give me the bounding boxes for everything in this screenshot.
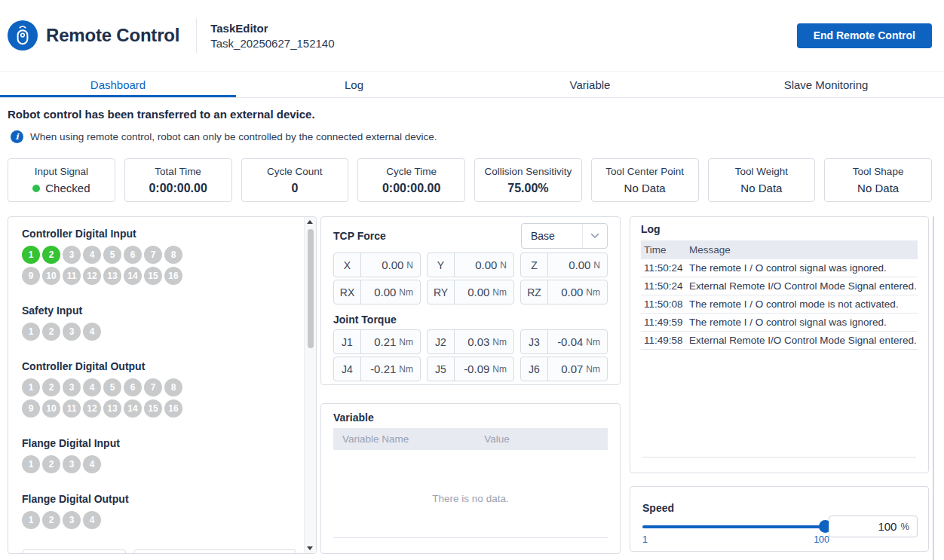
speed-unit: % xyxy=(900,521,909,532)
io-indicator: 11 xyxy=(63,399,81,418)
io-section-title: Safety Input xyxy=(22,304,304,317)
task-info: TaskEditor Task_20250627_152140 xyxy=(210,22,334,50)
io-indicator-row: 1234 xyxy=(22,323,304,341)
io-partial-button[interactable] xyxy=(237,553,290,554)
speed-panel: Speed 1 100 100 % xyxy=(630,486,929,552)
field-value-wrap: 0.21Nm xyxy=(361,330,420,353)
io-indicator: 4 xyxy=(83,455,101,473)
status-card-tool-weight: Tool WeightNo Data xyxy=(708,158,816,202)
tab-log[interactable]: Log xyxy=(236,72,472,97)
tcp-force-panel: TCP Force Base X0.00NY0.00NZ0.00NRX0.00N… xyxy=(320,216,621,385)
io-partial-field[interactable] xyxy=(133,549,296,554)
log-row: 11:50:24The remote I / O control signal … xyxy=(641,259,918,277)
status-card-value: 75.00% xyxy=(507,182,548,195)
log-table-header: Time Message xyxy=(641,240,918,259)
field-value: 0.07 xyxy=(561,363,583,375)
field-value: 0.00 xyxy=(382,259,403,271)
status-value-text: 0:00:00.00 xyxy=(149,182,207,195)
scroll-up-icon[interactable] xyxy=(307,220,313,224)
io-indicator: 3 xyxy=(63,246,81,264)
io-indicator: 11 xyxy=(63,267,81,285)
joint-torque-field-j3: J3-0.04Nm xyxy=(520,329,608,354)
field-value-wrap: 0.00Nm xyxy=(548,280,607,304)
variable-table-header: Variable Name Value xyxy=(333,428,608,450)
status-value-text: 0:00:00.00 xyxy=(382,182,440,195)
tcp-force-field-rx: RX0.00Nm xyxy=(333,280,421,304)
end-remote-control-button[interactable]: End Remote Control xyxy=(797,23,932,48)
status-card-value: 0:00:00.00 xyxy=(382,182,440,195)
status-card-value: Checked xyxy=(32,182,90,194)
status-card-value: No Data xyxy=(857,182,899,194)
field-value: 0.00 xyxy=(467,286,489,298)
tab-variable[interactable]: Variable xyxy=(472,72,708,97)
speed-value-field[interactable]: 100 % xyxy=(829,516,918,537)
page-scrollbar[interactable] xyxy=(933,216,934,560)
status-card-value: 0:00:00.00 xyxy=(149,182,207,195)
io-indicator: 15 xyxy=(144,399,162,418)
io-indicator: 8 xyxy=(164,246,182,264)
field-value-wrap: 0.07Nm xyxy=(548,357,607,381)
io-indicator-row: 12345678 xyxy=(22,378,304,396)
field-value: 0.21 xyxy=(374,335,396,348)
panel-divider xyxy=(642,457,916,457)
joint-torque-title: Joint Torque xyxy=(333,314,608,326)
field-unit: Nm xyxy=(399,337,413,347)
log-row: 11:50:08The remote I / O control mode is… xyxy=(641,295,918,314)
io-section-title: Flange Digital Output xyxy=(22,493,304,505)
field-unit: N xyxy=(500,260,507,271)
field-value-wrap: 0.00Nm xyxy=(361,280,420,304)
field-label: J1 xyxy=(334,330,361,353)
field-unit: Nm xyxy=(492,364,507,375)
scrollbar-thumb[interactable] xyxy=(308,229,314,348)
speed-title: Speed xyxy=(642,502,916,514)
field-value: -0.21 xyxy=(370,363,396,375)
io-indicator: 1 xyxy=(22,511,40,529)
notice-info-row: i When using remote control, robot can o… xyxy=(11,130,437,143)
speed-value: 100 xyxy=(878,520,896,533)
field-value-wrap: 0.00Nm xyxy=(455,280,513,304)
tcp-force-field-rz: RZ0.00Nm xyxy=(520,280,608,304)
io-partial-field[interactable] xyxy=(22,549,126,554)
app-title: Remote Control xyxy=(46,25,179,46)
status-card-title: Cycle Time xyxy=(386,166,437,177)
field-unit: N xyxy=(406,260,413,271)
log-rows: 11:50:24The remote I / O control signal … xyxy=(641,259,918,350)
tcp-force-field-z: Z0.00N xyxy=(520,252,608,277)
io-indicator: 5 xyxy=(103,246,121,264)
io-indicator: 2 xyxy=(42,455,60,473)
io-sections: Controller Digital Input1234567891011121… xyxy=(8,217,304,553)
io-panel-scrollbar[interactable] xyxy=(304,217,316,553)
io-indicator: 3 xyxy=(63,378,81,396)
log-time: 11:50:24 xyxy=(641,280,689,292)
status-value-text: 0 xyxy=(291,182,298,195)
log-panel: Log Time Message 11:50:24The remote I / … xyxy=(630,216,929,473)
speed-slider[interactable] xyxy=(642,520,829,533)
status-card-value: No Data xyxy=(740,182,782,194)
log-panel-title: Log xyxy=(641,223,918,235)
log-message-column-header: Message xyxy=(689,244,918,256)
joint-torque-field-j1: J10.21Nm xyxy=(333,329,421,354)
speed-slider-track[interactable] xyxy=(642,525,829,528)
io-indicator: 14 xyxy=(124,267,142,285)
log-time-column-header: Time xyxy=(641,244,689,256)
io-indicator: 4 xyxy=(83,246,101,264)
status-card-title: Tool Center Point xyxy=(605,166,684,177)
log-message: The remote I / O control mode is not act… xyxy=(689,298,918,310)
io-section-title: Controller Digital Input xyxy=(22,228,304,240)
tab-slave-monitoring[interactable]: Slave Monitoring xyxy=(708,72,944,97)
status-card-total-time: Total Time0:00:00.00 xyxy=(124,158,232,202)
status-card-tool-center-point: Tool Center PointNo Data xyxy=(591,158,699,202)
io-indicator: 16 xyxy=(164,267,182,285)
tcp-frame-select[interactable]: Base xyxy=(521,223,608,249)
status-value-text: Checked xyxy=(45,182,90,194)
status-card-value: No Data xyxy=(624,182,666,194)
joint-torque-field-j5: J5-0.09Nm xyxy=(427,357,514,381)
field-label: RX xyxy=(334,280,361,304)
status-card-title: Input Signal xyxy=(35,166,88,177)
status-value-text: No Data xyxy=(624,182,666,194)
tab-dashboard[interactable]: Dashboard xyxy=(0,72,236,97)
io-indicator: 7 xyxy=(144,246,162,264)
scroll-down-icon[interactable] xyxy=(307,546,313,550)
field-label: J3 xyxy=(521,330,548,353)
io-panel: Controller Digital Input1234567891011121… xyxy=(8,216,317,554)
